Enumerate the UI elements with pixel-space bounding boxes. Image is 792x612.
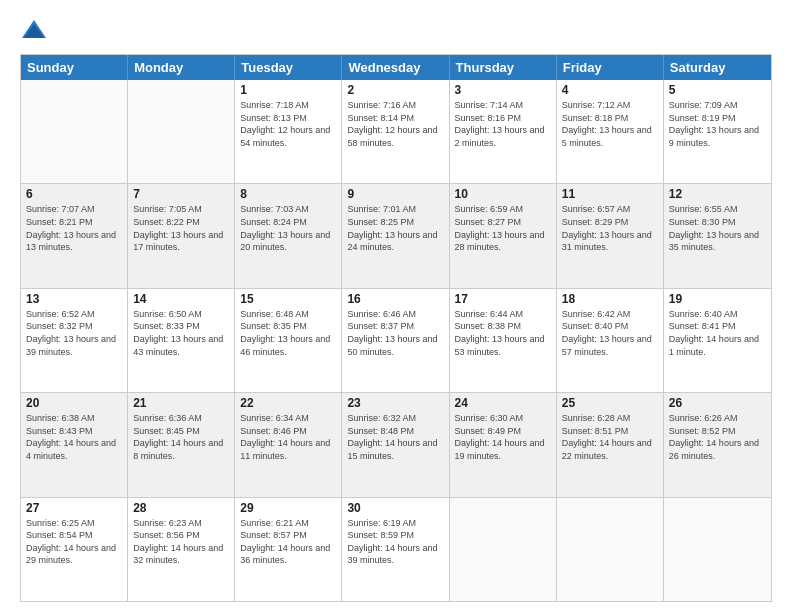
cal-cell: 20Sunrise: 6:38 AM Sunset: 8:43 PM Dayli…: [21, 393, 128, 496]
page: SundayMondayTuesdayWednesdayThursdayFrid…: [0, 0, 792, 612]
cal-cell: 7Sunrise: 7:05 AM Sunset: 8:22 PM Daylig…: [128, 184, 235, 287]
day-info: Sunrise: 6:25 AM Sunset: 8:54 PM Dayligh…: [26, 517, 122, 567]
day-number: 20: [26, 396, 122, 410]
cal-cell: 27Sunrise: 6:25 AM Sunset: 8:54 PM Dayli…: [21, 498, 128, 601]
day-number: 28: [133, 501, 229, 515]
cal-cell: 29Sunrise: 6:21 AM Sunset: 8:57 PM Dayli…: [235, 498, 342, 601]
logo-icon: [20, 16, 48, 44]
day-number: 16: [347, 292, 443, 306]
cal-header-saturday: Saturday: [664, 55, 771, 80]
cal-cell: 11Sunrise: 6:57 AM Sunset: 8:29 PM Dayli…: [557, 184, 664, 287]
day-info: Sunrise: 6:28 AM Sunset: 8:51 PM Dayligh…: [562, 412, 658, 462]
day-number: 21: [133, 396, 229, 410]
day-info: Sunrise: 6:38 AM Sunset: 8:43 PM Dayligh…: [26, 412, 122, 462]
day-number: 22: [240, 396, 336, 410]
day-info: Sunrise: 6:19 AM Sunset: 8:59 PM Dayligh…: [347, 517, 443, 567]
day-info: Sunrise: 6:32 AM Sunset: 8:48 PM Dayligh…: [347, 412, 443, 462]
calendar-body: 1Sunrise: 7:18 AM Sunset: 8:13 PM Daylig…: [21, 80, 771, 601]
cal-cell: 15Sunrise: 6:48 AM Sunset: 8:35 PM Dayli…: [235, 289, 342, 392]
cal-header-thursday: Thursday: [450, 55, 557, 80]
day-number: 26: [669, 396, 766, 410]
day-info: Sunrise: 7:03 AM Sunset: 8:24 PM Dayligh…: [240, 203, 336, 253]
cal-cell: 19Sunrise: 6:40 AM Sunset: 8:41 PM Dayli…: [664, 289, 771, 392]
day-number: 17: [455, 292, 551, 306]
day-number: 5: [669, 83, 766, 97]
cal-week-1: 1Sunrise: 7:18 AM Sunset: 8:13 PM Daylig…: [21, 80, 771, 184]
day-number: 6: [26, 187, 122, 201]
day-info: Sunrise: 6:46 AM Sunset: 8:37 PM Dayligh…: [347, 308, 443, 358]
calendar: SundayMondayTuesdayWednesdayThursdayFrid…: [20, 54, 772, 602]
day-info: Sunrise: 6:30 AM Sunset: 8:49 PM Dayligh…: [455, 412, 551, 462]
cal-header-wednesday: Wednesday: [342, 55, 449, 80]
day-number: 24: [455, 396, 551, 410]
cal-cell: 24Sunrise: 6:30 AM Sunset: 8:49 PM Dayli…: [450, 393, 557, 496]
day-info: Sunrise: 6:23 AM Sunset: 8:56 PM Dayligh…: [133, 517, 229, 567]
cal-cell: [557, 498, 664, 601]
day-number: 15: [240, 292, 336, 306]
calendar-header-row: SundayMondayTuesdayWednesdayThursdayFrid…: [21, 55, 771, 80]
day-number: 2: [347, 83, 443, 97]
cal-cell: 28Sunrise: 6:23 AM Sunset: 8:56 PM Dayli…: [128, 498, 235, 601]
cal-cell: 18Sunrise: 6:42 AM Sunset: 8:40 PM Dayli…: [557, 289, 664, 392]
day-number: 1: [240, 83, 336, 97]
day-info: Sunrise: 6:36 AM Sunset: 8:45 PM Dayligh…: [133, 412, 229, 462]
logo: [20, 16, 52, 44]
header: [20, 16, 772, 44]
cal-cell: [664, 498, 771, 601]
day-info: Sunrise: 7:16 AM Sunset: 8:14 PM Dayligh…: [347, 99, 443, 149]
day-number: 30: [347, 501, 443, 515]
day-number: 29: [240, 501, 336, 515]
cal-cell: 6Sunrise: 7:07 AM Sunset: 8:21 PM Daylig…: [21, 184, 128, 287]
cal-header-tuesday: Tuesday: [235, 55, 342, 80]
day-number: 4: [562, 83, 658, 97]
cal-week-5: 27Sunrise: 6:25 AM Sunset: 8:54 PM Dayli…: [21, 498, 771, 601]
day-info: Sunrise: 6:26 AM Sunset: 8:52 PM Dayligh…: [669, 412, 766, 462]
day-info: Sunrise: 6:55 AM Sunset: 8:30 PM Dayligh…: [669, 203, 766, 253]
day-number: 7: [133, 187, 229, 201]
day-number: 9: [347, 187, 443, 201]
day-info: Sunrise: 6:34 AM Sunset: 8:46 PM Dayligh…: [240, 412, 336, 462]
day-info: Sunrise: 7:14 AM Sunset: 8:16 PM Dayligh…: [455, 99, 551, 149]
day-info: Sunrise: 6:42 AM Sunset: 8:40 PM Dayligh…: [562, 308, 658, 358]
cal-cell: [21, 80, 128, 183]
day-info: Sunrise: 7:01 AM Sunset: 8:25 PM Dayligh…: [347, 203, 443, 253]
cal-week-4: 20Sunrise: 6:38 AM Sunset: 8:43 PM Dayli…: [21, 393, 771, 497]
cal-week-3: 13Sunrise: 6:52 AM Sunset: 8:32 PM Dayli…: [21, 289, 771, 393]
cal-header-monday: Monday: [128, 55, 235, 80]
cal-cell: 9Sunrise: 7:01 AM Sunset: 8:25 PM Daylig…: [342, 184, 449, 287]
day-number: 18: [562, 292, 658, 306]
cal-cell: 14Sunrise: 6:50 AM Sunset: 8:33 PM Dayli…: [128, 289, 235, 392]
day-info: Sunrise: 6:52 AM Sunset: 8:32 PM Dayligh…: [26, 308, 122, 358]
cal-cell: 17Sunrise: 6:44 AM Sunset: 8:38 PM Dayli…: [450, 289, 557, 392]
cal-cell: 25Sunrise: 6:28 AM Sunset: 8:51 PM Dayli…: [557, 393, 664, 496]
day-number: 27: [26, 501, 122, 515]
cal-cell: 10Sunrise: 6:59 AM Sunset: 8:27 PM Dayli…: [450, 184, 557, 287]
day-number: 14: [133, 292, 229, 306]
cal-week-2: 6Sunrise: 7:07 AM Sunset: 8:21 PM Daylig…: [21, 184, 771, 288]
day-number: 3: [455, 83, 551, 97]
day-number: 11: [562, 187, 658, 201]
cal-cell: 1Sunrise: 7:18 AM Sunset: 8:13 PM Daylig…: [235, 80, 342, 183]
day-number: 25: [562, 396, 658, 410]
cal-cell: 22Sunrise: 6:34 AM Sunset: 8:46 PM Dayli…: [235, 393, 342, 496]
cal-header-sunday: Sunday: [21, 55, 128, 80]
cal-cell: [450, 498, 557, 601]
day-info: Sunrise: 6:40 AM Sunset: 8:41 PM Dayligh…: [669, 308, 766, 358]
day-info: Sunrise: 6:59 AM Sunset: 8:27 PM Dayligh…: [455, 203, 551, 253]
cal-header-friday: Friday: [557, 55, 664, 80]
day-info: Sunrise: 6:50 AM Sunset: 8:33 PM Dayligh…: [133, 308, 229, 358]
cal-cell: 2Sunrise: 7:16 AM Sunset: 8:14 PM Daylig…: [342, 80, 449, 183]
day-number: 12: [669, 187, 766, 201]
cal-cell: 13Sunrise: 6:52 AM Sunset: 8:32 PM Dayli…: [21, 289, 128, 392]
day-info: Sunrise: 6:48 AM Sunset: 8:35 PM Dayligh…: [240, 308, 336, 358]
day-info: Sunrise: 7:07 AM Sunset: 8:21 PM Dayligh…: [26, 203, 122, 253]
day-number: 23: [347, 396, 443, 410]
day-number: 19: [669, 292, 766, 306]
day-info: Sunrise: 7:05 AM Sunset: 8:22 PM Dayligh…: [133, 203, 229, 253]
day-info: Sunrise: 7:18 AM Sunset: 8:13 PM Dayligh…: [240, 99, 336, 149]
cal-cell: [128, 80, 235, 183]
cal-cell: 4Sunrise: 7:12 AM Sunset: 8:18 PM Daylig…: [557, 80, 664, 183]
cal-cell: 8Sunrise: 7:03 AM Sunset: 8:24 PM Daylig…: [235, 184, 342, 287]
cal-cell: 16Sunrise: 6:46 AM Sunset: 8:37 PM Dayli…: [342, 289, 449, 392]
cal-cell: 23Sunrise: 6:32 AM Sunset: 8:48 PM Dayli…: [342, 393, 449, 496]
